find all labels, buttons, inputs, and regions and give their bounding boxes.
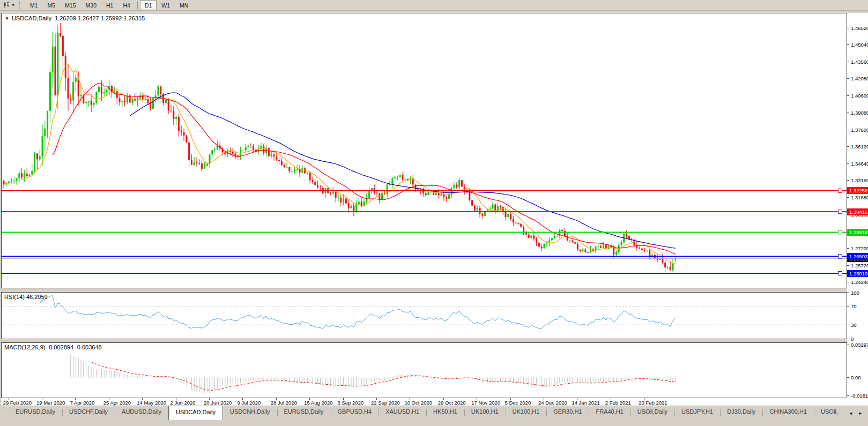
- chart-tab-bar: EURUSD,DailyUSDCHF,DailyAUDUSD,DailyUSDC…: [0, 406, 868, 420]
- date-tick-label: 14 Jan 2021: [572, 400, 599, 406]
- rsi-chart-area[interactable]: [2, 293, 847, 339]
- timeframe-button-m30[interactable]: M30: [81, 1, 101, 10]
- tab-eurusd-daily[interactable]: EURUSD,Daily: [9, 406, 62, 420]
- tab-dj30-daily[interactable]: DJ30,Daily: [720, 406, 762, 420]
- rsi-indicator-panel[interactable]: RSI(14) 46.2059: [1, 292, 847, 339]
- timeframe-button-d1[interactable]: D1: [140, 1, 157, 10]
- tab-hk50-h1[interactable]: HK50,H1: [426, 406, 464, 420]
- date-tick-label: 20 Feb 2021: [639, 400, 667, 406]
- date-tick-label: 2 Feb 2021: [605, 400, 631, 406]
- date-tick-label: 3 Sep 2020: [338, 400, 364, 406]
- rsi-tick-label: 30: [851, 322, 857, 328]
- date-tick-label: 9 Jul 2020: [237, 400, 261, 406]
- tab-scroll-controls: ◄ ►: [845, 406, 868, 420]
- price-tick-label: 1.40600: [851, 93, 868, 99]
- tab-audusd-daily[interactable]: AUDUSD,Daily: [115, 406, 168, 420]
- price-tick-mark: [847, 180, 849, 181]
- price-tick-mark: [847, 28, 849, 28]
- price-tick-label: 1.31680: [851, 195, 868, 200]
- tabs-scroll-right-button[interactable]: ►: [857, 411, 864, 416]
- timeframe-button-w1[interactable]: W1: [157, 1, 175, 10]
- price-tick-mark: [847, 95, 849, 96]
- price-tick-label: 1.27200: [851, 245, 868, 251]
- tab-eurusd-daily[interactable]: EURUSD,Daily: [277, 406, 331, 420]
- date-tick-label: 17 Nov 2020: [471, 400, 500, 406]
- timeframe-button-h1[interactable]: H1: [101, 1, 118, 10]
- rsi-tick-label: 0: [851, 336, 854, 342]
- timeframe-toolbar: ▼ M1M5M15M30H1H4D1W1MN: [0, 0, 868, 11]
- macd-tick-label: -0.01815: [851, 393, 868, 399]
- date-tick-label: 24 Dec 2020: [538, 400, 567, 406]
- timeframe-button-m1[interactable]: M1: [25, 1, 43, 10]
- tab-fra40-h1[interactable]: FRA40,H1: [589, 406, 630, 420]
- chart-tabs: EURUSD,DailyUSDCHF,DailyAUDUSD,DailyUSDC…: [0, 406, 845, 420]
- price-tick-label: 1.43560: [851, 59, 868, 65]
- macd-indicator-panel[interactable]: MACD(12,26,9) -0.002894 -0.003648: [1, 342, 847, 398]
- timeframe-button-h4[interactable]: H4: [118, 1, 135, 10]
- price-tick-label: 1.46520: [851, 25, 868, 31]
- timeframe-button-mn[interactable]: MN: [175, 1, 193, 10]
- price-tick-label: 1.45040: [851, 42, 868, 48]
- tab-uk100-h1[interactable]: UK100,H1: [506, 406, 547, 420]
- date-tick-label: 29 Oct 2020: [438, 400, 466, 406]
- macd-tick-mark: [847, 345, 849, 345]
- chart-title: ▼ USDCAD,Daily 1.26209 1.26427 1.25992 1…: [5, 15, 145, 21]
- macd-label: MACD(12,26,9) -0.002894 -0.003648: [4, 344, 102, 350]
- tab-ger30-h1[interactable]: GER30,H1: [546, 406, 589, 420]
- price-tick-mark: [847, 282, 849, 282]
- date-tick-label: 29 Feb 2020: [3, 400, 32, 406]
- price-tick-label: 1.37600: [851, 127, 868, 133]
- hline-price-chip: 1.26503: [847, 253, 868, 260]
- tab-gbpusd-h4[interactable]: GBPUSD,H4: [331, 406, 379, 420]
- rsi-tick-mark: [847, 339, 849, 339]
- price-tick-mark: [847, 146, 849, 147]
- price-tick-label: 1.36120: [851, 144, 868, 150]
- rsi-tick-mark: [847, 325, 849, 325]
- price-tick-label: 1.33160: [851, 177, 868, 183]
- rsi-label: RSI(14) 46.2059: [4, 294, 48, 300]
- tab-uk100-h1[interactable]: UK100,H1: [464, 406, 506, 420]
- rsi-tick-mark: [847, 293, 849, 293]
- tab-usoil-daily[interactable]: USOil,Daily: [630, 406, 674, 420]
- tab-xauusd-h1[interactable]: XAUUSD,H1: [379, 406, 426, 420]
- date-tick-label: 2 Jun 2020: [170, 400, 196, 406]
- collapse-triangle-icon[interactable]: ▼: [5, 16, 9, 21]
- rsi-tick-label: 100: [851, 290, 859, 296]
- price-chart-area[interactable]: [2, 13, 847, 288]
- price-tick-mark: [847, 44, 849, 45]
- price-tick-label: 1.24240: [851, 279, 868, 285]
- macd-tick-label: 0.00: [851, 375, 861, 380]
- date-tick-label: 28 Jul 2020: [271, 400, 297, 406]
- time-axis[interactable]: 29 Feb 202019 Mar 20207 Apr 202025 Apr 2…: [1, 398, 847, 406]
- toolbar-grip-handle[interactable]: [19, 2, 21, 9]
- candlestick-chart-icon[interactable]: [2, 2, 11, 9]
- tab-usdcad-daily[interactable]: USDCAD,Daily: [168, 406, 223, 420]
- price-axis[interactable]: 1.465201.450401.435601.420801.406001.390…: [847, 13, 868, 406]
- tab-usoil[interactable]: USOil,: [814, 406, 845, 420]
- macd-tick-label: 0.032972: [851, 342, 868, 348]
- main-chart-panel[interactable]: ▼ USDCAD,Daily 1.26209 1.26427 1.25992 1…: [1, 13, 847, 288]
- tab-usdjpy-h1[interactable]: USDJPY,H1: [674, 406, 720, 420]
- price-tick-label: 1.34640: [851, 161, 868, 167]
- hline-price-chip: 1.25019: [847, 270, 868, 277]
- date-tick-label: 14 May 2020: [137, 400, 166, 406]
- chart-type-dropdown-caret[interactable]: ▼: [11, 3, 15, 7]
- price-tick-label: 1.42080: [851, 76, 868, 81]
- tab-usdchf-daily[interactable]: USDCHF,Daily: [62, 406, 115, 420]
- macd-chart-area[interactable]: [2, 343, 847, 398]
- timeframe-button-m5[interactable]: M5: [43, 1, 61, 10]
- timeframe-button-m15[interactable]: M15: [60, 1, 80, 10]
- timeframe-buttons-group: M1M5M15M30H1H4D1W1MN: [25, 1, 193, 10]
- macd-tick-mark: [847, 377, 849, 378]
- price-tick-mark: [847, 248, 849, 249]
- price-tick-label: 1.25720: [851, 263, 868, 268]
- chart-ohlc-values: 1.26209 1.26427 1.25992 1.26315: [55, 15, 145, 21]
- tabs-scroll-left-button[interactable]: ◄: [848, 411, 854, 416]
- hline-price-chip: 1.32258: [847, 187, 868, 194]
- tab-china300-h1[interactable]: CHINA300,H1: [762, 406, 814, 420]
- candlestick-chart-icon-glyph: [3, 2, 10, 9]
- hline-price-chip: 1.30415: [847, 208, 868, 215]
- price-tick-mark: [847, 163, 849, 164]
- price-tick-mark: [847, 265, 849, 266]
- tab-usdcnh-daily[interactable]: USDCNH,Daily: [223, 406, 277, 420]
